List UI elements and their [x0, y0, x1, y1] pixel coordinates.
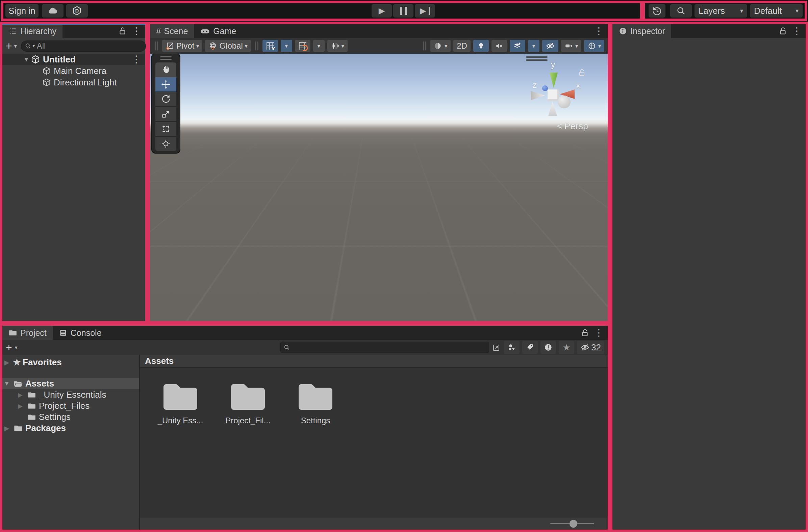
move-tool-button[interactable] — [155, 77, 176, 92]
palette-drag-handle[interactable] — [160, 56, 171, 60]
tree-item-favorites[interactable]: ▶ ★ Favorites — [2, 357, 139, 368]
search-warnings-button[interactable] — [540, 341, 556, 354]
asset-folder-unity-essentials[interactable]: _Unity Ess... — [155, 382, 206, 425]
version-control-button[interactable]: D — [66, 4, 88, 18]
gizmo-center-cube[interactable] — [548, 90, 559, 101]
sign-in-button[interactable]: Sign in — [5, 4, 38, 18]
draw-mode-dropdown[interactable]: ▾ — [430, 40, 451, 52]
scene-camera-dropdown[interactable]: ▾ — [561, 40, 581, 52]
grid-visibility-button[interactable]: Y — [262, 40, 278, 52]
project-search[interactable] — [280, 342, 489, 353]
gizmo-minus-x-cone[interactable] — [531, 91, 545, 100]
tab-project[interactable]: Project — [2, 326, 53, 340]
asset-folder-settings[interactable]: Settings — [290, 382, 341, 425]
pivot-dropdown[interactable]: Pivot ▾ — [162, 40, 202, 52]
scene-row-untitled[interactable]: ▼ Untitled ⋮ — [2, 54, 145, 65]
tab-hierarchy[interactable]: Hierarchy — [2, 24, 62, 38]
console-icon — [59, 328, 68, 337]
tree-item-settings[interactable]: Settings — [2, 412, 139, 423]
cloud-button[interactable] — [42, 4, 63, 18]
open-new-window-icon[interactable] — [492, 343, 501, 352]
tab-game[interactable]: Game — [194, 24, 242, 38]
toolbar-drag-handle[interactable] — [255, 41, 258, 50]
search-by-label-button[interactable] — [522, 341, 538, 354]
kebab-menu-icon[interactable]: ⋮ — [132, 55, 145, 64]
effects-toggle-button[interactable] — [510, 40, 525, 52]
kebab-menu-icon[interactable]: ⋮ — [594, 26, 604, 36]
audio-toggle-button[interactable] — [492, 40, 507, 52]
unlock-icon[interactable] — [118, 27, 127, 35]
layers-dropdown[interactable]: Layers ▾ — [695, 4, 747, 18]
expand-arrow-icon[interactable]: ▶ — [16, 391, 25, 399]
gizmo-minus-z-sphere[interactable] — [558, 96, 571, 108]
lighting-toggle-button[interactable] — [473, 40, 489, 52]
grid-visibility-caret[interactable]: ▾ — [281, 40, 292, 52]
perspective-toggle[interactable]: < Persp — [557, 121, 588, 132]
tree-item-packages[interactable]: ▶ Packages — [2, 423, 139, 434]
hierarchy-item-directional-light[interactable]: Directional Light — [2, 77, 145, 88]
slider-knob[interactable] — [570, 520, 577, 528]
transform-tool-button[interactable] — [155, 137, 176, 151]
scene-viewport[interactable]: y z x < Persp — [150, 54, 608, 321]
gizmo-minus-y-cone[interactable] — [548, 101, 557, 116]
snap-increment-caret[interactable]: ▾ — [313, 40, 325, 52]
hierarchy-search[interactable]: ▾ — [21, 40, 146, 52]
project-content: Assets _Unity Ess... Project_Fil... Sett… — [140, 355, 608, 530]
play-button[interactable]: ▶ — [371, 4, 392, 18]
globe-icon — [208, 41, 217, 50]
rotate-tool-button[interactable] — [155, 92, 176, 106]
create-button[interactable]: + — [6, 40, 12, 51]
create-button[interactable]: + — [6, 342, 12, 353]
expand-arrow-icon[interactable]: ▶ — [16, 402, 25, 410]
tab-inspector[interactable]: Inspector — [612, 24, 671, 38]
project-search-input[interactable] — [292, 342, 486, 353]
toolbar-drag-handle[interactable] — [155, 41, 158, 50]
rect-tool-button[interactable] — [155, 122, 176, 136]
tab-scene[interactable]: # Scene — [150, 24, 194, 38]
unlock-icon[interactable] — [581, 328, 589, 337]
gizmo-z-axis-ball[interactable] — [542, 86, 548, 91]
kebab-menu-icon[interactable]: ⋮ — [594, 328, 604, 338]
2d-toggle-button[interactable]: 2D — [453, 40, 471, 52]
hierarchy-item-main-camera[interactable]: Main Camera — [2, 65, 145, 77]
snap-increment-button[interactable] — [295, 40, 310, 52]
gizmos-dropdown[interactable]: ▾ — [584, 40, 604, 52]
asset-folder-project-files[interactable]: Project_Fil... — [223, 382, 273, 425]
scene-visibility-button[interactable] — [542, 40, 558, 52]
expand-arrow-icon[interactable]: ▶ — [2, 425, 11, 432]
gizmo-unlock-icon[interactable] — [578, 69, 586, 77]
step-button[interactable]: ▶ — [415, 4, 435, 18]
effects-caret[interactable]: ▾ — [528, 40, 539, 52]
create-caret-icon[interactable]: ▾ — [14, 43, 17, 49]
expand-arrow-icon[interactable]: ▶ — [2, 359, 11, 366]
hidden-packages-button[interactable]: 32 — [577, 341, 604, 354]
favorites-filter-button[interactable]: ★ — [559, 341, 574, 354]
tree-item-assets[interactable]: ▼ Assets — [2, 378, 139, 389]
scene-tabbar: # Scene Game ⋮ — [150, 24, 608, 38]
search-by-type-button[interactable] — [504, 341, 519, 354]
pause-button[interactable] — [393, 4, 414, 18]
tab-console[interactable]: Console — [53, 326, 108, 340]
scale-tool-button[interactable] — [155, 107, 176, 121]
gizmo-y-axis-cone[interactable] — [550, 73, 558, 88]
grid-snap-icon — [298, 41, 307, 50]
expand-arrow-icon[interactable]: ▼ — [2, 380, 11, 387]
layout-dropdown[interactable]: Default ▾ — [750, 4, 803, 18]
expand-arrow-icon[interactable]: ▼ — [22, 56, 31, 63]
undo-history-button[interactable] — [648, 4, 665, 18]
tool-settings-button[interactable]: ▾ — [327, 40, 348, 52]
tree-item-project-files[interactable]: ▶ Project_Files — [2, 400, 139, 412]
create-caret-icon[interactable]: ▾ — [15, 344, 18, 351]
hand-tool-button[interactable] — [155, 62, 176, 77]
kebab-menu-icon[interactable]: ⋮ — [792, 26, 802, 36]
hierarchy-search-input[interactable] — [36, 41, 142, 51]
unlock-icon[interactable] — [778, 27, 787, 35]
tab-label: Hierarchy — [20, 26, 56, 36]
thumbnail-zoom-slider[interactable] — [550, 517, 594, 530]
global-search-button[interactable] — [670, 4, 692, 18]
toolbar-drag-handle[interactable] — [423, 41, 426, 50]
chevron-down-icon: ▾ — [532, 43, 535, 49]
tree-item-unity-essentials[interactable]: ▶ _Unity Essentials — [2, 389, 139, 400]
global-dropdown[interactable]: Global ▾ — [205, 40, 251, 52]
kebab-menu-icon[interactable]: ⋮ — [132, 26, 141, 36]
